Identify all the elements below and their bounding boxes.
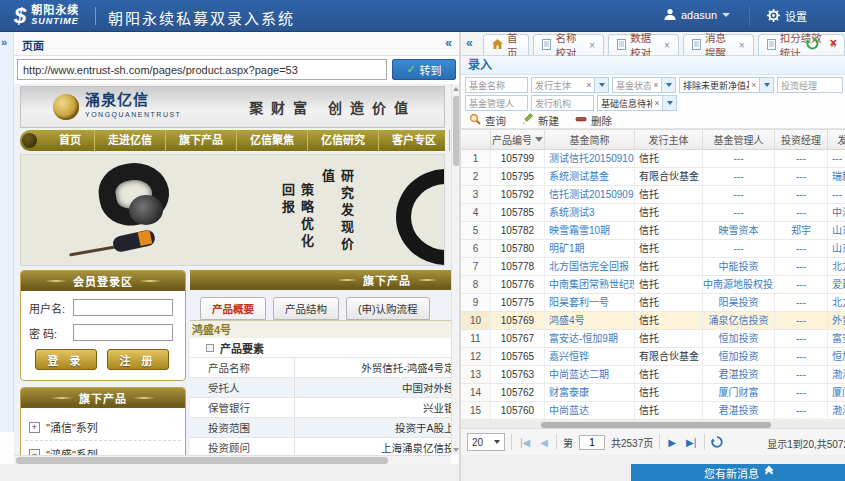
table-row[interactable]: 8105776中南集团常熟世纪瑰城信托中南源地股权投资---爱建 <box>461 276 845 294</box>
cell: 爱建 <box>828 276 845 293</box>
dropdown-arrow-icon[interactable] <box>662 96 676 110</box>
prev-page-button[interactable]: ◀ <box>538 437 550 448</box>
table-row[interactable]: 14105762财富泰康信托厦门财富---厦门 <box>461 384 845 402</box>
webpage-horizontal-scrollbar[interactable] <box>14 455 451 464</box>
tree-item[interactable]: +"涌信"系列 <box>25 414 181 441</box>
删除-button[interactable]: 删除 <box>575 113 612 128</box>
tab-close-icon[interactable]: × <box>739 40 745 51</box>
column-header-发行主体[interactable]: 发行主体 <box>635 130 703 149</box>
horizontal-scroll-thumb[interactable] <box>16 457 388 464</box>
product-field-row: 投资顾问上海涌泉亿信投资 <box>190 437 451 455</box>
filter-投资经理[interactable]: 投资经理 <box>777 77 843 93</box>
查询-button[interactable]: 查询 <box>469 113 506 128</box>
table-row[interactable]: 15105760中尚蓝达信托君湛投资---渤海 <box>461 402 845 420</box>
refresh-tabs-icon[interactable] <box>806 37 819 52</box>
table-row[interactable]: 7105778北方国信完全回报信托中能投资---北方 <box>461 258 845 276</box>
page-panel-header: 页面 « <box>14 32 460 56</box>
filter-排除未更新净值基金[interactable]: 排除未更新净值基金× <box>679 77 774 93</box>
tree-item[interactable]: −"鸿盛"系列 <box>25 441 181 455</box>
password-field[interactable] <box>73 324 173 341</box>
detail-tab[interactable]: 产品概要 <box>200 297 266 320</box>
login-button[interactable]: 登 录 <box>35 349 97 370</box>
column-header-基金简称[interactable]: 基金简称 <box>545 130 635 149</box>
table-row[interactable]: 6105780明矿1期信托------山东 <box>461 240 845 258</box>
clear-icon[interactable]: × <box>584 78 594 92</box>
page-panel-title: 页面 <box>22 37 44 53</box>
detail-tab[interactable]: 产品结构 <box>273 297 339 320</box>
user-menu[interactable]: adasun <box>664 8 730 22</box>
brush-orange-band-art <box>138 230 153 246</box>
site-nav-item[interactable]: 亿信聚焦 <box>237 130 308 151</box>
new-message-bar[interactable]: 您有新消息 <box>631 464 845 481</box>
site-nav-item[interactable]: 首页 <box>46 130 95 151</box>
detail-tab[interactable]: (申)认购流程 <box>346 297 430 320</box>
reload-grid-icon[interactable] <box>711 436 723 450</box>
新建-button[interactable]: 新建 <box>522 113 559 128</box>
grid-horizontal-scrollbar[interactable] <box>461 421 845 428</box>
column-header-label: 基金简称 <box>570 132 610 147</box>
checkbox-icon[interactable] <box>206 344 214 352</box>
column-header-投资经理[interactable]: 投资经理 <box>775 130 828 149</box>
tab-close-icon[interactable]: × <box>664 40 670 51</box>
last-page-button[interactable]: ▶| <box>684 437 698 448</box>
dropdown-arrow-icon[interactable] <box>759 78 773 92</box>
clear-icon[interactable]: × <box>749 78 759 92</box>
column-header-发行机构[interactable]: 发行机构 <box>828 130 845 149</box>
filter-text: 基金状态 <box>613 79 651 92</box>
page-size-select[interactable]: 20 <box>467 433 505 451</box>
tab-名称校对[interactable]: 名称校对× <box>533 34 604 55</box>
table-row[interactable]: 11105767富安达-恒加9期信托恒加投资---富安 <box>461 330 845 348</box>
dropdown-arrow-icon[interactable] <box>594 78 608 92</box>
settings-button[interactable]: 设置 <box>767 8 845 24</box>
app-window: $ 朝阳永续 SUNTIME 朝阳永续私募双录入系统 adasun 设置 » <box>0 0 845 481</box>
gear-icon <box>767 9 780 24</box>
tab-消息提醒[interactable]: 消息提醒× <box>683 34 754 55</box>
table-row[interactable]: 9105775阳昊套利一号信托阳昊投资---北方 <box>461 294 845 312</box>
register-button[interactable]: 注 册 <box>107 349 169 370</box>
filter-发行主体[interactable]: 发行主体× <box>531 77 609 93</box>
filter-发行机构[interactable]: 发行机构 <box>531 95 594 111</box>
site-nav-item[interactable]: 旗下产品 <box>166 130 237 151</box>
table-row[interactable]: 12105765嘉兴恒铧有限合伙基金恒加投资---恒加 <box>461 348 845 366</box>
filter-基金状态[interactable]: 基金状态× <box>612 77 676 93</box>
collapse-panel-icon[interactable]: « <box>445 36 452 50</box>
logo-text-en: SUNTIME <box>31 16 79 27</box>
table-row[interactable]: 3105792信托测试20150909信托--------- <box>461 186 845 204</box>
password-label: 密 码: <box>29 325 73 341</box>
table-row[interactable]: 10105769鸿盛4号信托涌泉亿信投资---外贸 <box>461 312 845 330</box>
tab-数据校对[interactable]: 数据校对× <box>608 34 679 55</box>
tree-toggle-icon[interactable]: + <box>29 422 40 433</box>
tree-item-label: "鸿盛"系列 <box>46 446 98 455</box>
filter-基金名称[interactable]: 基金名称 <box>465 77 528 93</box>
clear-icon[interactable]: × <box>651 78 661 92</box>
site-nav-item[interactable]: 客户专区 <box>379 130 450 151</box>
url-input[interactable] <box>17 59 387 80</box>
filter-基金管理人[interactable]: 基金管理人 <box>465 95 528 111</box>
table-row[interactable]: 2105795系统测试基金有限合伙基金------瑞毅 <box>461 168 845 186</box>
next-page-button[interactable]: ▶ <box>666 437 678 448</box>
site-nav-item[interactable]: 走进亿信 <box>95 130 166 151</box>
cell: 阳昊投资 <box>703 294 775 311</box>
go-button[interactable]: ✓ 转到 <box>392 59 456 80</box>
table-row[interactable]: 5105782映雪霜雪10期信托映雪资本郑宇山东 <box>461 222 845 240</box>
page-number-input[interactable] <box>579 435 605 450</box>
collapse-left-panel-icon[interactable]: « <box>466 36 473 50</box>
site-nav-item[interactable]: 亿信研究 <box>308 130 379 151</box>
dropdown-arrow-icon[interactable] <box>661 78 675 92</box>
expand-panel-icon[interactable]: » <box>1 36 7 48</box>
clear-icon[interactable]: × <box>652 96 662 110</box>
table-row[interactable]: 1105799测试信托20150910信托--------- <box>461 150 845 168</box>
tab-首页[interactable]: 首页 <box>483 34 529 55</box>
column-header-基金管理人[interactable]: 基金管理人 <box>703 130 775 149</box>
column-header-rownum[interactable] <box>461 130 491 149</box>
filter-基础信息待补[interactable]: 基础信息待补× <box>597 95 677 111</box>
table-row[interactable]: 13105763中尚蓝达二期信托君湛投资---渤海 <box>461 366 845 384</box>
tab-close-icon[interactable]: × <box>589 40 595 51</box>
username-field[interactable] <box>73 299 173 316</box>
column-header-产品编号[interactable]: 产品编号 <box>491 130 545 149</box>
first-page-button[interactable]: |◀ <box>518 437 532 448</box>
table-row[interactable]: 4105785系统测试3信托------中海 <box>461 204 845 222</box>
close-all-tabs-icon[interactable]: × <box>829 35 837 50</box>
cell: 信托 <box>635 330 703 347</box>
filter-text: 投资经理 <box>778 79 842 92</box>
